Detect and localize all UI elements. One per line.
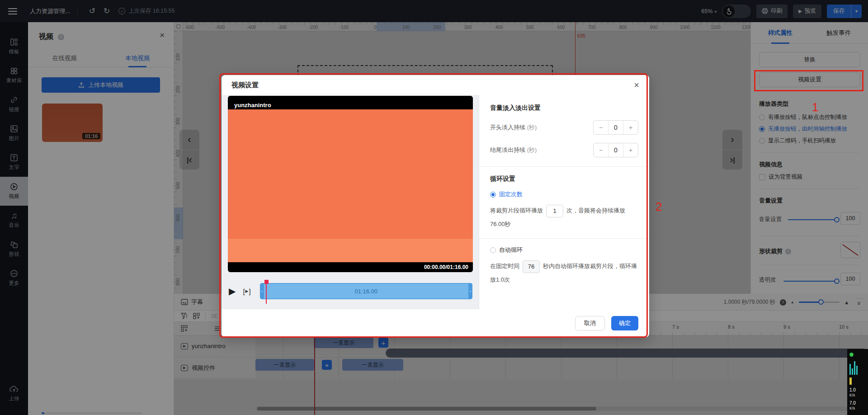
status-dot: [849, 353, 854, 357]
video-frame: [228, 109, 473, 239]
trim-playhead[interactable]: [264, 280, 269, 284]
bracket: ]: [249, 288, 250, 295]
settings-section: 音量淡入淡出设置 开头淡入持续 (秒) − 0 + 结尾淡出持续 (秒) − 0…: [479, 95, 649, 309]
modal-header: 视频设置 ×: [222, 75, 649, 95]
trim-duration-label: 01:16.00: [355, 288, 378, 295]
loop-play-icon[interactable]: [▶]: [243, 288, 250, 295]
loop-count-input[interactable]: 1: [546, 205, 563, 217]
fixed-count-description: 将裁剪片段循环播放1次，音频将会持续播放76.00秒: [490, 204, 638, 231]
radio-icon[interactable]: [490, 247, 496, 253]
network-monitor-widget: 1.0K/s 7.0K/s: [847, 349, 868, 415]
decrement-button[interactable]: −: [594, 143, 608, 157]
modal-title: 视频设置: [231, 81, 259, 90]
cpu-bar: [849, 377, 852, 385]
fade-section-title: 音量淡入淡出设置: [490, 104, 638, 112]
app-window: 人力资源管理... ↺ ↻ ✓ 上次保存 16:15:55 65%▾ 印刷 ▶ …: [0, 0, 868, 415]
auto-loop-option[interactable]: 自动循环: [490, 246, 638, 254]
modal-footer: 取消 确定: [222, 309, 649, 337]
trim-controls: ▶ [▶] ‹ 01:16.00 ›: [228, 282, 472, 300]
fade-in-row: 开头淡入持续 (秒) − 0 +: [490, 120, 638, 135]
seconds-unit: (秒): [527, 146, 537, 153]
chevron-left-icon: ‹: [261, 289, 263, 293]
loop-section-title: 循环设置: [490, 175, 638, 183]
download-unit: K/s: [849, 406, 855, 410]
fade-in-value[interactable]: 0: [608, 121, 623, 134]
divider: [479, 166, 649, 167]
chevron-right-icon: ›: [470, 289, 471, 293]
upload-speed: 1.0: [849, 387, 856, 392]
fade-in-label: 开头淡入持续: [490, 124, 525, 131]
download-speed: 7.0: [849, 401, 856, 406]
traffic-bars: [849, 359, 858, 375]
fade-out-label: 结尾淡出持续: [490, 146, 525, 153]
text: 在固定时间: [490, 263, 519, 269]
trim-handle-right[interactable]: ›: [468, 283, 472, 299]
text: 将裁剪片段循环播放: [490, 207, 543, 214]
fade-out-stepper: − 0 +: [593, 143, 638, 157]
divider: [479, 238, 649, 239]
radio-icon-selected[interactable]: [490, 192, 496, 198]
play-glyph: ▶: [245, 289, 249, 293]
play-button[interactable]: ▶: [229, 286, 236, 297]
fade-out-row: 结尾淡出持续 (秒) − 0 +: [490, 143, 638, 157]
video-settings-modal: 视频设置 × yunzhanintro 00:00.00/01:16.00 ▶ …: [222, 75, 649, 337]
seconds-unit: (秒): [527, 124, 537, 131]
fade-out-value[interactable]: 0: [608, 143, 623, 157]
annotation-number-1: 1: [812, 100, 818, 114]
trim-range-bar[interactable]: ‹ 01:16.00 ›: [260, 283, 472, 299]
auto-loop-label: 自动循环: [499, 246, 523, 254]
increment-button[interactable]: +: [623, 121, 638, 134]
trim-handle-left[interactable]: ‹: [260, 283, 264, 299]
video-title-overlay: yunzhanintro: [228, 96, 473, 109]
video-frame-band: [228, 239, 473, 262]
fixed-time-input[interactable]: 76: [523, 260, 540, 273]
decrement-button[interactable]: −: [594, 121, 608, 134]
video-preview[interactable]: yunzhanintro 00:00.00/01:16.00: [228, 96, 473, 272]
modal-close-icon[interactable]: ×: [634, 80, 639, 90]
annotation-number-2: 2: [656, 200, 662, 214]
fade-in-stepper: − 0 +: [593, 120, 638, 135]
fixed-count-label: 固定次数: [499, 190, 523, 198]
increment-button[interactable]: +: [623, 143, 638, 157]
upload-unit: K/s: [849, 393, 855, 397]
confirm-button[interactable]: 确定: [611, 316, 638, 330]
video-preview-section: yunzhanintro 00:00.00/01:16.00 ▶ [▶] ‹ 0…: [222, 95, 479, 309]
video-time-display: 00:00.00/01:16.00: [228, 262, 473, 272]
cancel-button[interactable]: 取消: [575, 316, 605, 330]
fixed-count-option[interactable]: 固定次数: [490, 190, 638, 198]
auto-loop-description: 在固定时间76秒内自动循环播放裁剪片段，循环播放1.0次: [490, 259, 638, 287]
bracket: [: [243, 288, 245, 295]
